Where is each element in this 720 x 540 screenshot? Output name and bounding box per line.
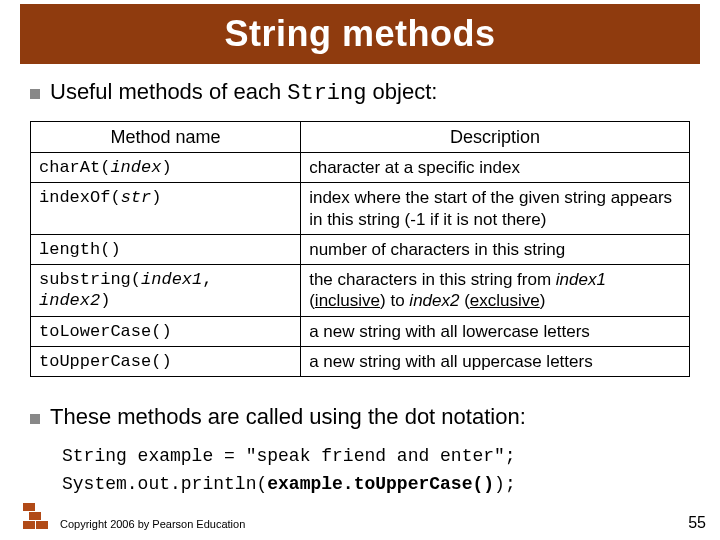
bullet-icon (30, 89, 40, 99)
bullet-outro-text: These methods are called using the dot n… (50, 403, 526, 432)
header-method: Method name (31, 121, 301, 153)
code-example: String example = "speak friend and enter… (62, 442, 690, 500)
slide-title: String methods (224, 13, 495, 55)
method-cell: substring(index1, index2) (31, 265, 301, 317)
method-cell: toUpperCase() (31, 346, 301, 376)
table-row: length() number of characters in this st… (31, 234, 690, 264)
page-number: 55 (688, 514, 706, 532)
title-bar: String methods (20, 4, 700, 64)
method-cell: toLowerCase() (31, 316, 301, 346)
table-row: toUpperCase() a new string with all uppe… (31, 346, 690, 376)
method-cell: length() (31, 234, 301, 264)
copyright-text: Copyright 2006 by Pearson Education (60, 518, 245, 530)
table-header-row: Method name Description (31, 121, 690, 153)
code-line-1: String example = "speak friend and enter… (62, 442, 690, 471)
description-cell: index where the start of the given strin… (301, 183, 690, 235)
methods-table: Method name Description charAt(index) ch… (30, 121, 690, 378)
bullet-icon (30, 414, 40, 424)
bullet-outro: These methods are called using the dot n… (30, 403, 690, 432)
description-cell: a new string with all uppercase letters (301, 346, 690, 376)
slide-body: Useful methods of each String object: Me… (30, 78, 690, 499)
bullet-intro-text: Useful methods of each String object: (50, 78, 437, 109)
description-cell: number of characters in this string (301, 234, 690, 264)
code-line-2: System.out.println(example.toUpperCase()… (62, 470, 690, 499)
table-row: toLowerCase() a new string with all lowe… (31, 316, 690, 346)
table-row: charAt(index) character at a specific in… (31, 153, 690, 183)
method-cell: indexOf(str) (31, 183, 301, 235)
slide: String methods Useful methods of each St… (0, 0, 720, 540)
footer-decoration-icon (22, 500, 50, 530)
method-cell: charAt(index) (31, 153, 301, 183)
header-description: Description (301, 121, 690, 153)
bullet-intro: Useful methods of each String object: (30, 78, 690, 109)
description-cell: a new string with all lowercase letters (301, 316, 690, 346)
table-body: charAt(index) character at a specific in… (31, 153, 690, 377)
description-cell: character at a specific index (301, 153, 690, 183)
table-row: substring(index1, index2) the characters… (31, 265, 690, 317)
description-cell: the characters in this string from index… (301, 265, 690, 317)
table-row: indexOf(str) index where the start of th… (31, 183, 690, 235)
